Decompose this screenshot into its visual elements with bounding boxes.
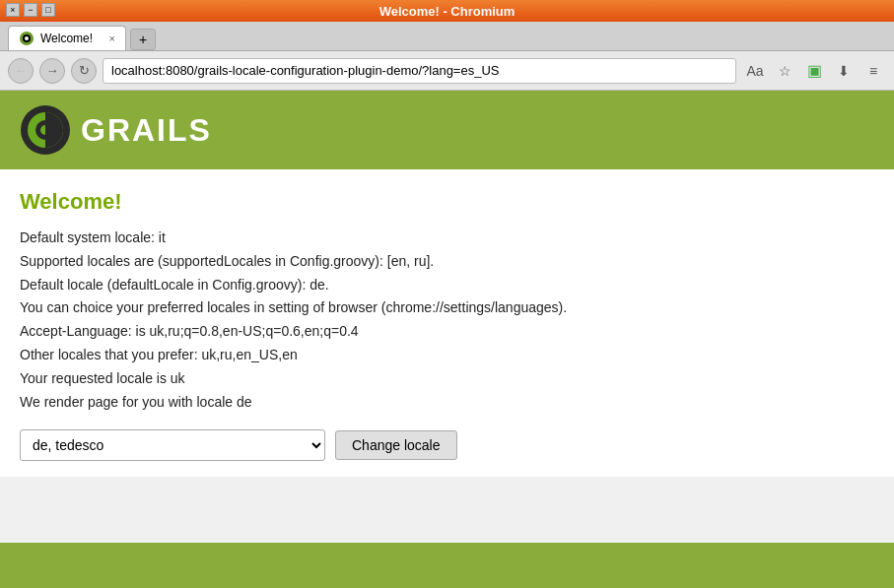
grails-logo: GRAILS — [20, 104, 212, 156]
minimize-button[interactable]: − — [24, 3, 37, 17]
address-input[interactable] — [103, 58, 736, 84]
active-tab[interactable]: Welcome! × — [8, 26, 126, 50]
locale-select[interactable]: de, tedesco en, English ru, Russian it, … — [20, 429, 325, 461]
maximize-button[interactable]: □ — [41, 3, 55, 17]
address-bar: ← → ↻ Aa ☆ ▣ ⬇ ≡ — [0, 51, 894, 91]
reader-icon[interactable]: Aa — [742, 58, 768, 84]
info-line-5: Accept-Language: is uk,ru;q=0.8,en-US;q=… — [20, 320, 874, 344]
window-controls[interactable]: × − □ — [6, 3, 55, 17]
locale-form: de, tedesco en, English ru, Russian it, … — [20, 429, 874, 461]
main-content: Welcome! Default system locale: it Suppo… — [0, 169, 894, 477]
info-line-4: You can choice your preferred locales in… — [20, 296, 874, 320]
info-line-3: Default locale (defaultLocale in Config.… — [20, 274, 874, 297]
tab-label: Welcome! — [40, 32, 93, 45]
grails-logo-text: GRAILS — [81, 112, 212, 149]
info-line-6: Other locales that you prefer: uk,ru,en_… — [20, 344, 874, 367]
menu-icon[interactable]: ≡ — [860, 58, 886, 84]
info-line-8: We render page for you with locale de — [20, 391, 874, 415]
info-text: Default system locale: it Supported loca… — [20, 227, 874, 414]
tab-close-button[interactable]: × — [109, 33, 115, 44]
forward-button[interactable]: → — [39, 58, 65, 84]
info-line-2: Supported locales are (supportedLocales … — [20, 250, 874, 274]
new-tab-button[interactable]: + — [130, 29, 156, 50]
screenshot-icon[interactable]: ▣ — [801, 58, 827, 84]
toolbar-icons: Aa ☆ ▣ ⬇ ≡ — [742, 58, 886, 84]
bottom-bar — [0, 543, 894, 588]
close-button[interactable]: × — [6, 3, 20, 17]
tab-favicon — [19, 31, 34, 46]
svg-point-2 — [25, 36, 29, 40]
grails-header: GRAILS — [0, 91, 894, 169]
grails-logo-icon — [20, 104, 71, 156]
change-locale-button[interactable]: Change locale — [335, 430, 457, 460]
back-button[interactable]: ← — [8, 58, 34, 84]
tab-bar: Welcome! × + — [0, 22, 894, 51]
window-titlebar: × − □ Welcome! - Chromium — [0, 0, 894, 22]
welcome-heading: Welcome! — [20, 189, 874, 215]
window-title: Welcome! - Chromium — [379, 4, 516, 19]
bookmark-icon[interactable]: ☆ — [772, 58, 797, 84]
download-icon[interactable]: ⬇ — [831, 58, 857, 84]
info-line-7: Your requested locale is uk — [20, 367, 874, 391]
info-line-1: Default system locale: it — [20, 227, 874, 250]
reload-button[interactable]: ↻ — [71, 58, 97, 84]
